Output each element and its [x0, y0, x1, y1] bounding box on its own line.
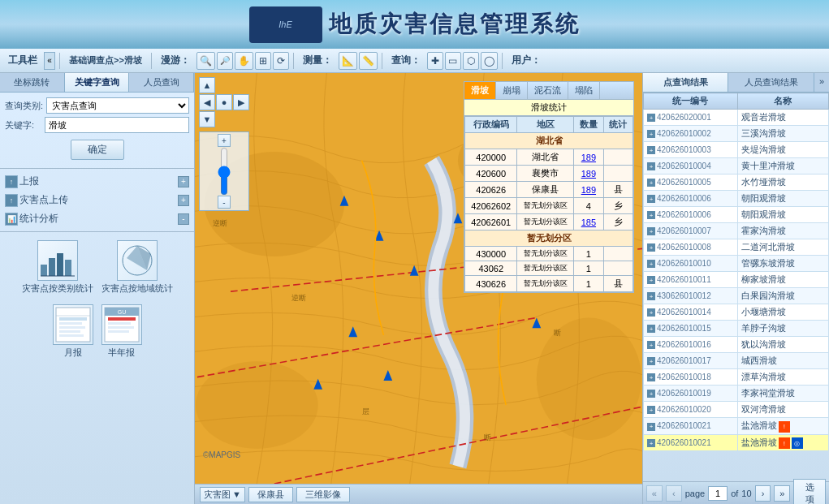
- results-row[interactable]: +420626010007霍家沟滑坡: [644, 223, 829, 239]
- results-row[interactable]: +420626010021盐池滑坡!◎: [644, 434, 829, 451]
- thumbnail-by-region[interactable]: 灾害点按地域统计: [101, 240, 173, 295]
- stats-expand-btn[interactable]: -: [178, 213, 189, 225]
- pagination-next-btn[interactable]: ›: [755, 485, 771, 502]
- stat-region-1: 襄樊市: [517, 166, 574, 182]
- confirm-button[interactable]: 确定: [71, 140, 124, 160]
- results-row[interactable]: +420626010003夹堤沟滑坡: [644, 142, 829, 158]
- toolbar-measure-dist-btn[interactable]: 📏: [359, 52, 378, 70]
- sidebar-tab-keyword[interactable]: 关键字查询: [65, 73, 130, 92]
- svg-rect-3: [65, 260, 71, 276]
- results-row[interactable]: +420626010011柳家坡滑坡: [644, 272, 829, 288]
- results-name-cell: 小堰塘滑坡: [737, 304, 828, 321]
- thumbnail-by-type[interactable]: 灾害点按类别统计: [22, 240, 93, 295]
- sidebar-item-upload[interactable]: ↑ 灾害点上传 +: [0, 191, 194, 209]
- toolbar-refresh-btn[interactable]: ⟳: [273, 52, 289, 70]
- results-name-cell: 盐池滑坡!◎: [737, 434, 828, 451]
- map-nav-up-btn[interactable]: ▲: [199, 77, 215, 93]
- stat-tab-collapse[interactable]: 崩塌: [496, 82, 528, 99]
- right-panel-expand-btn[interactable]: »: [814, 73, 829, 92]
- results-data-table: 统一编号 名称 +420626020001观音岩滑坡+420626010002三…: [643, 93, 829, 451]
- sidebar-tabs: 坐标跳转 关键字查询 人员查询: [0, 73, 194, 93]
- toolbar-full-btn[interactable]: ⊞: [255, 52, 271, 70]
- pagination-first-btn[interactable]: «: [646, 485, 663, 502]
- results-col-name: 名称: [737, 93, 828, 110]
- map-canvas[interactable]: 逆断 逆断 层 断 断: [195, 73, 642, 484]
- results-row[interactable]: +420626010015羊脖子沟坡: [644, 321, 829, 337]
- results-row[interactable]: +420626010021盐池滑坡!: [644, 418, 829, 435]
- map-area[interactable]: 逆断 逆断 层 断 断: [195, 73, 642, 504]
- pagination-last-btn[interactable]: »: [774, 485, 790, 502]
- results-row[interactable]: +420626010002三溪沟滑坡: [644, 126, 829, 142]
- results-row[interactable]: +420626010006朝阳观滑坡: [644, 207, 829, 223]
- results-row[interactable]: +420626010017城西滑坡: [644, 353, 829, 369]
- report-expand-btn[interactable]: +: [178, 176, 189, 187]
- thumbnail-monthly-img: [53, 304, 93, 345]
- stat-count-0[interactable]: 189: [574, 149, 603, 166]
- map-nav-left-btn[interactable]: ◀: [199, 94, 215, 110]
- results-row[interactable]: +420626010004黄十里冲滑坡: [644, 158, 829, 174]
- results-row[interactable]: +420626010008二道河北滑坡: [644, 239, 829, 256]
- results-row[interactable]: +420626010010管骡东坡滑坡: [644, 256, 829, 272]
- toolbar-collapse-btn[interactable]: «: [44, 52, 55, 70]
- results-table[interactable]: 统一编号 名称 +420626020001观音岩滑坡+420626010002三…: [643, 93, 829, 481]
- results-row[interactable]: +420626020001观音岩滑坡: [644, 110, 829, 126]
- sidebar-tab-coords[interactable]: 坐标跳转: [0, 73, 65, 92]
- stat-stat-2: 县: [603, 182, 633, 198]
- thumbnail-monthly[interactable]: 月报: [53, 304, 93, 359]
- stat-tab-mudflow[interactable]: 泥石流: [528, 82, 568, 99]
- toolbar-measure-area-btn[interactable]: 📐: [339, 52, 357, 70]
- results-row[interactable]: +420626010014小堰塘滑坡: [644, 304, 829, 321]
- stat-count-1[interactable]: 189: [574, 166, 603, 182]
- toolbar-query-rect-btn[interactable]: ▭: [445, 52, 461, 70]
- toolbar-zoom-out-btn[interactable]: 🔎: [217, 52, 233, 70]
- sidebar-tab-person[interactable]: 人员查询: [129, 73, 194, 92]
- map-footer-tab-county[interactable]: 保康县: [248, 487, 293, 502]
- map-nav-center-btn[interactable]: ●: [216, 94, 232, 110]
- stat-code-4: 42062601: [465, 214, 517, 230]
- toolbar-query-poly-btn[interactable]: ⬡: [463, 52, 479, 70]
- toolbar-pan-btn[interactable]: ✋: [235, 52, 253, 70]
- stat-count-4[interactable]: 185: [574, 214, 603, 230]
- thumbnail-semiannual[interactable]: GU 半年报: [101, 304, 142, 359]
- section-hubei: 湖北省: [465, 133, 633, 149]
- stat-stat-7: 县: [603, 276, 633, 292]
- toolbar-zoom-in-btn[interactable]: 🔍: [196, 52, 215, 70]
- keyword-input[interactable]: [45, 117, 189, 133]
- map-nav-down-btn[interactable]: ▼: [199, 111, 215, 127]
- results-row[interactable]: +420626010018漂草沟滑坡: [644, 369, 829, 386]
- results-row[interactable]: +420626010005水竹垭滑坡: [644, 174, 829, 191]
- query-type-select[interactable]: 灾害点查询 地质查询 人员查询: [46, 97, 189, 114]
- map-zoom-plus-btn[interactable]: +: [218, 134, 231, 147]
- results-id-cell: +420626010020: [644, 402, 738, 418]
- results-row[interactable]: +420626010020双河湾滑坡: [644, 402, 829, 418]
- stat-stat-4: 乡: [603, 214, 633, 230]
- stat-tab-landslide[interactable]: 滑坡: [464, 82, 496, 99]
- sidebar-item-report[interactable]: ↑ 上报 +: [0, 172, 194, 191]
- sidebar-item-stats[interactable]: 📊 统计分析 -: [0, 209, 194, 228]
- toolbar-query-point-btn[interactable]: ✚: [427, 52, 443, 70]
- stat-code-3: 42062602: [465, 198, 517, 214]
- results-row[interactable]: +420626010016犹以沟滑坡: [644, 337, 829, 353]
- toolbar-query-circle-btn[interactable]: ◯: [481, 52, 498, 70]
- thumbnail-group-2: 月报 GU 半年报: [0, 299, 194, 364]
- stat-count-2[interactable]: 189: [574, 182, 603, 198]
- upload-expand-btn[interactable]: +: [178, 195, 189, 206]
- pagination-select-btn[interactable]: 选项: [793, 479, 826, 505]
- map-nav-right-btn[interactable]: ▶: [233, 94, 249, 110]
- map-zoom-minus-btn[interactable]: -: [218, 196, 231, 209]
- toolbar-base-query-label: 基础调查点>>滑坡: [64, 54, 147, 67]
- pagination-prev-btn[interactable]: ‹: [666, 485, 682, 502]
- pagination-page-input[interactable]: [708, 486, 728, 501]
- sidebar-divider-2: [0, 231, 194, 232]
- results-row[interactable]: +420626010019李家祠堂滑坡: [644, 386, 829, 402]
- results-row[interactable]: +420626010006朝阳观滑坡: [644, 191, 829, 207]
- right-tab-point-query[interactable]: 点查询结果: [643, 73, 728, 92]
- right-tab-person-query[interactable]: 人员查询结果: [728, 73, 814, 92]
- map-layer-dropdown[interactable]: 灾害图 ▼: [200, 487, 245, 502]
- results-row[interactable]: +430626010012白果园沟滑坡: [644, 288, 829, 304]
- zoom-slider[interactable]: [218, 147, 230, 196]
- results-name-cell: 羊脖子沟坡: [737, 321, 828, 337]
- stat-tab-sinkhole[interactable]: 塌陷: [568, 82, 600, 99]
- map-footer-tab-3d[interactable]: 三维影像: [296, 487, 350, 502]
- svg-text:断: 断: [554, 329, 561, 337]
